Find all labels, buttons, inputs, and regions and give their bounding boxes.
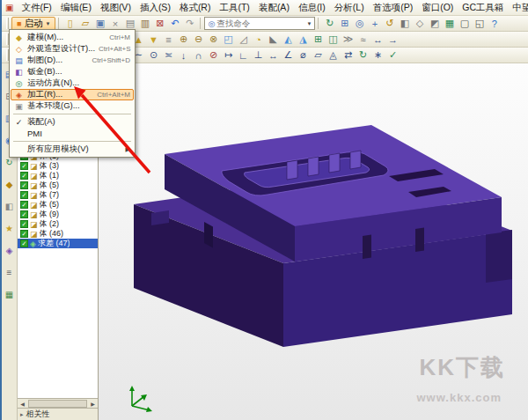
split-body-icon[interactable]: ◮ <box>296 33 311 47</box>
checkbox-icon[interactable]: ✓ <box>20 162 28 170</box>
ellipse-icon[interactable]: ⊙ <box>146 48 161 63</box>
snapshot-icon[interactable]: ▦ <box>442 17 457 31</box>
checkbox-icon[interactable]: ✓ <box>20 220 28 228</box>
system-scenes-icon[interactable]: ▦ <box>3 287 17 301</box>
pocket-icon[interactable]: ▼ <box>146 33 161 47</box>
quick-trim-icon[interactable]: ⊘ <box>206 48 221 63</box>
menu-window[interactable]: 窗口(O) <box>417 1 458 15</box>
menu-file[interactable]: 文件(F) <box>17 1 55 15</box>
checkbox-icon[interactable]: ✓ <box>20 181 28 189</box>
navigator-scrollbar[interactable]: ◀ ▶ <box>18 398 98 408</box>
menu-view[interactable]: 视图(V) <box>96 1 136 15</box>
window-icon[interactable]: ▢ <box>457 17 472 31</box>
convert-icon[interactable]: ⇄ <box>341 48 356 63</box>
undo-icon[interactable]: ↶ <box>167 17 182 31</box>
menu-item-pmi[interactable]: PMI <box>11 128 134 139</box>
checkbox-icon[interactable]: ✓ <box>20 230 28 238</box>
menu-analysis[interactable]: 分析(L) <box>330 1 369 15</box>
fit-view-icon[interactable]: ⊞ <box>337 17 352 31</box>
tree-item-subtract-47[interactable]: ✓ ◈ 求差 (47) <box>18 239 98 248</box>
menu-item-motion-simulation[interactable]: ◎ 运动仿真(N)... <box>11 77 134 89</box>
menu-zw-education[interactable]: 中望教育9sug.com <box>509 1 528 15</box>
reattach-icon[interactable]: ↻ <box>356 48 370 63</box>
menu-item-gateway[interactable]: ▣ 基本环境(G)... <box>11 100 134 112</box>
chamfer-icon[interactable]: ◣ <box>266 33 281 47</box>
geometric-constraints-icon[interactable]: ⊥ <box>251 48 266 63</box>
project-curve-icon[interactable]: ↓ <box>176 48 191 63</box>
materials-icon[interactable]: ◧ <box>3 199 17 213</box>
menu-edit[interactable]: 编辑(E) <box>56 1 96 15</box>
finish-sketch-icon[interactable]: ✓ <box>385 48 400 63</box>
wireframe-display-icon[interactable]: ◇ <box>412 17 427 31</box>
make-corner-icon[interactable]: ∟ <box>236 48 251 63</box>
scrollbar-track[interactable] <box>28 400 87 408</box>
maximize-view-icon[interactable]: ◱ <box>472 17 487 31</box>
rapid-dimension-icon[interactable]: ↔ <box>266 48 281 63</box>
rotate-view-icon[interactable]: ↺ <box>382 17 397 31</box>
menu-item-assemblies[interactable]: ✓ 装配(A) <box>11 116 134 128</box>
menu-item-modeling[interactable]: ◆ 建模(M)... Ctrl+M <box>11 32 134 43</box>
redo-icon[interactable]: ↷ <box>182 17 197 31</box>
quick-extend-icon[interactable]: ↦ <box>221 48 236 63</box>
checkbox-icon[interactable]: ✓ <box>20 210 28 218</box>
checkbox-icon[interactable]: ✓ <box>20 172 28 180</box>
menu-item-shape-studio[interactable]: ◇ 外观造型设计(T)... Ctrl+Alt+S <box>11 43 134 55</box>
delete-icon[interactable]: ⊠ <box>152 17 167 31</box>
menu-preferences[interactable]: 首选项(P) <box>369 1 418 15</box>
intersect-icon[interactable]: ⊗ <box>206 33 221 47</box>
draft-icon[interactable]: ◿ <box>236 33 251 47</box>
scroll-left-icon[interactable]: ◀ <box>18 401 27 407</box>
manufacturing-wizards-icon[interactable]: ◈ <box>3 243 17 257</box>
diameter-dimension-icon[interactable]: ⌀ <box>296 48 311 63</box>
menu-gc-toolbox[interactable]: GC工具箱 <box>458 1 508 15</box>
search-dropdown-icon[interactable]: ▼ <box>306 21 312 26</box>
angle-dimension-icon[interactable]: ∠ <box>281 48 296 63</box>
menu-format[interactable]: 格式(R) <box>175 1 216 15</box>
snap-point-icon[interactable]: ∗ <box>370 48 385 63</box>
measure-icon[interactable]: ↔ <box>370 33 385 47</box>
paste-icon[interactable]: ▥ <box>137 17 152 31</box>
dependencies-section[interactable]: ▸ 相关性 <box>18 408 98 420</box>
rib-icon[interactable]: ≡ <box>161 33 176 47</box>
menu-item-drafting[interactable]: ▤ 制图(D)... Ctrl+Shift+D <box>11 55 134 66</box>
command-finder[interactable]: ◎ ▼ <box>204 17 315 30</box>
pan-icon[interactable]: + <box>367 17 382 31</box>
display-constraints-icon[interactable]: ◬ <box>326 48 341 63</box>
graphics-viewport[interactable]: KK下载 www.kkx.com <box>99 63 528 420</box>
mirror-feature-icon[interactable]: ◫ <box>326 33 341 47</box>
search-input[interactable] <box>216 18 304 28</box>
scroll-right-icon[interactable]: ▶ <box>88 401 98 407</box>
refresh-icon[interactable]: ↻ <box>322 17 337 31</box>
intersection-curve-icon[interactable]: ∩ <box>191 48 206 63</box>
toolbar-grip[interactable] <box>6 18 9 29</box>
zoom-icon[interactable]: ◎ <box>352 17 367 31</box>
thread-icon[interactable]: ≈ <box>356 33 370 47</box>
menu-insert[interactable]: 插入(S) <box>136 1 175 15</box>
checkbox-icon[interactable]: ✓ <box>20 201 28 209</box>
menu-information[interactable]: 信息(I) <box>294 1 330 15</box>
checkbox-icon[interactable]: ✓ <box>20 191 28 199</box>
roles-icon[interactable]: ≡ <box>3 265 17 279</box>
shell-icon[interactable]: ◰ <box>221 33 236 47</box>
menu-item-manufacturing[interactable]: ◈ 加工(R)... Ctrl+Alt+M <box>11 89 134 100</box>
orient-view-icon[interactable]: ◩ <box>427 17 442 31</box>
move-face-icon[interactable]: → <box>385 33 400 47</box>
menu-tools[interactable]: 工具(T) <box>215 1 253 15</box>
expand-icon[interactable]: ▸ <box>20 411 24 418</box>
subtract-icon[interactable]: ⊖ <box>191 33 206 47</box>
edge-blend-icon[interactable]: ◔ <box>251 33 266 47</box>
menu-item-all-applications[interactable]: 所有应用模块(V) ▶ <box>11 144 134 155</box>
process-studio-icon[interactable]: ★ <box>3 221 17 235</box>
shaded-display-icon[interactable]: ◧ <box>397 17 412 31</box>
trim-body-icon[interactable]: ◭ <box>281 33 296 47</box>
reuse-library-icon[interactable]: ◆ <box>3 177 17 191</box>
pattern-feature-icon[interactable]: ⊞ <box>311 33 326 47</box>
checkbox-icon[interactable]: ✓ <box>20 239 28 247</box>
menu-assemblies[interactable]: 装配(A) <box>254 1 294 15</box>
help-cursor-icon[interactable]: ? <box>487 17 502 31</box>
auto-dimension-icon[interactable]: ▱ <box>311 48 326 63</box>
offset-curve-icon[interactable]: ≍ <box>161 48 176 63</box>
menu-item-sheet-metal[interactable]: ◧ 钣金(B)... <box>11 66 134 77</box>
offset-face-icon[interactable]: ≫ <box>341 33 356 47</box>
unite-icon[interactable]: ⊕ <box>176 33 191 47</box>
